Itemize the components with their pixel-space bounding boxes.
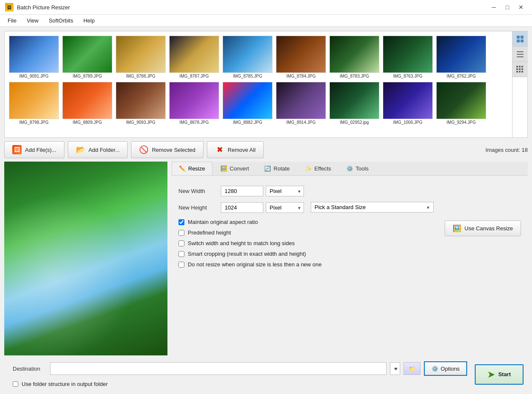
remove-all-button[interactable]: ✖ Remove All [207, 141, 264, 158]
list-item[interactable]: IMG_9093.JPG [115, 81, 167, 126]
thumbnail-image [436, 36, 486, 73]
list-item[interactable]: IMG_9294.JPG [435, 81, 487, 126]
smart-cropping-checkbox[interactable] [178, 251, 184, 257]
add-folder-button[interactable]: 📂 Add Folder... [68, 141, 128, 158]
height-unit-wrapper: Pixel Percent Centimeter Inch [266, 202, 304, 213]
no-upscale-checkbox[interactable] [178, 262, 184, 268]
width-input[interactable] [221, 186, 263, 196]
list-item[interactable]: IMG_8783.JPG [329, 35, 380, 79]
options-icon: ⚙️ [432, 366, 438, 372]
list-item[interactable]: IMG_8787.JPG [168, 35, 220, 79]
list-item[interactable]: IMG_8785.JPG [222, 35, 273, 79]
list-item[interactable]: IMG_8882.JPG [222, 81, 273, 126]
thumbnail-label: IMG_8763.JPG [393, 74, 423, 78]
grid-small-view-button[interactable] [513, 62, 528, 77]
switch-dimensions-checkbox[interactable] [178, 240, 184, 246]
predefined-height-label: Predefined height [188, 229, 231, 236]
list-item[interactable]: IMG_8809.JPG [61, 81, 113, 126]
list-item[interactable]: IMG_8878.JPG [168, 81, 220, 126]
list-item[interactable]: IMG_8914.JPG [275, 81, 327, 126]
thumbnail-image [223, 36, 273, 73]
tab-convert[interactable]: 🖼️ Convert [213, 162, 256, 175]
height-label: New Height [178, 204, 221, 211]
bottom-area: ✏️ Resize 🖼️ Convert 🔄 Rotate ✨ Effects … [4, 162, 528, 355]
preview-panel [4, 162, 167, 355]
start-button[interactable]: ➤ Start [475, 364, 524, 385]
list-item[interactable]: IMG_8789.JPG [61, 35, 113, 79]
minimize-button[interactable]: ─ [488, 3, 500, 12]
list-item[interactable]: IMG_02952.jpg [329, 81, 380, 126]
menu-view[interactable]: View [22, 16, 43, 25]
destination-dropdown[interactable] [390, 362, 400, 375]
convert-tab-label: Convert [230, 165, 249, 172]
list-item[interactable]: IMG_8762.JPG [435, 35, 487, 79]
remove-all-label: Remove All [228, 147, 256, 153]
menu-file[interactable]: File [3, 16, 21, 25]
list-item[interactable]: IMG_8798.JPG [8, 81, 60, 126]
thumbnail-label: IMG_8789.JPG [73, 74, 102, 78]
checkbox-row-4: Do not resize when original size is less… [178, 261, 322, 268]
list-item[interactable]: IMG_8763.JPG [382, 35, 434, 79]
bottom-bar-left: Destination ▼ 📁 ⚙️ Options Use folder st… [8, 361, 471, 387]
canvas-resize-button[interactable]: 🖼️ Use Canvas Resize [445, 221, 521, 236]
svg-rect-4 [517, 51, 524, 52]
options-label: Options [441, 366, 460, 372]
height-unit-select[interactable]: Pixel Percent Centimeter Inch [266, 202, 304, 213]
svg-rect-9 [521, 66, 523, 67]
width-unit-select[interactable]: Pixel Percent Centimeter Inch [266, 186, 304, 196]
thumbnail-image [116, 82, 166, 119]
start-icon: ➤ [487, 369, 495, 380]
svg-rect-12 [521, 68, 523, 70]
list-item[interactable]: IMG_8788.JPG [115, 35, 167, 79]
gallery-area[interactable]: IMG_9091.JPGIMG_8789.JPGIMG_8788.JPGIMG_… [5, 31, 512, 137]
thumbnail-label: IMG_9093.JPG [126, 120, 156, 125]
width-unit-wrapper: Pixel Percent Centimeter Inch [266, 186, 304, 196]
standard-size-wrapper: Pick a Standard Size [311, 202, 434, 212]
height-input[interactable] [221, 202, 263, 213]
remove-selected-button[interactable]: 🚫 Remove Selected [131, 141, 203, 158]
thumbnail-label: IMG_02952.jpg [340, 120, 369, 125]
resize-tab-label: Resize [188, 165, 205, 172]
smart-cropping-label: Smart cropping (result in exact width an… [188, 251, 306, 257]
list-item[interactable]: IMG_9091.JPG [8, 35, 60, 79]
tab-resize[interactable]: ✏️ Resize [172, 162, 212, 175]
tab-effects[interactable]: ✨ Effects [298, 162, 339, 175]
svg-rect-6 [517, 56, 524, 57]
thumbnail-image [62, 36, 112, 73]
thumbnail-image [329, 82, 379, 119]
thumbnail-image [329, 36, 379, 73]
maximize-button[interactable]: □ [501, 3, 513, 12]
predefined-height-checkbox[interactable] [178, 230, 184, 236]
menu-help[interactable]: Help [79, 16, 99, 25]
list-item[interactable]: IMG_1006.JPG [382, 81, 434, 126]
close-button[interactable]: ✕ [515, 3, 527, 12]
svg-rect-3 [521, 39, 524, 42]
options-button[interactable]: ⚙️ Options [424, 361, 468, 376]
title-bar: 🖼 Batch Picture Resizer ─ □ ✕ [0, 0, 532, 15]
add-folder-label: Add Folder... [89, 147, 120, 153]
standard-size-select[interactable]: Pick a Standard Size [311, 202, 434, 212]
canvas-resize-label: Use Canvas Resize [465, 225, 513, 232]
action-toolbar: 🖼 Add File(s)... 📂 Add Folder... 🚫 Remov… [4, 141, 528, 158]
menu-softorbits[interactable]: SoftOrbits [45, 16, 78, 25]
list-item[interactable]: IMG_8784.JPG [275, 35, 327, 79]
svg-rect-10 [516, 68, 518, 70]
maintain-aspect-checkbox[interactable] [178, 219, 184, 225]
right-panel: ✏️ Resize 🖼️ Convert 🔄 Rotate ✨ Effects … [172, 162, 528, 355]
thumbnail-image [62, 82, 112, 119]
tab-rotate[interactable]: 🔄 Rotate [257, 162, 297, 175]
browse-folder-button[interactable]: 📁 [404, 362, 421, 375]
svg-rect-7 [516, 66, 518, 67]
effects-tab-label: Effects [315, 165, 331, 172]
destination-input[interactable] [50, 362, 387, 375]
tab-tools[interactable]: ⚙️ Tools [339, 162, 376, 175]
thumbnail-label: IMG_1006.JPG [393, 120, 423, 125]
grid-large-view-button[interactable] [513, 31, 528, 47]
add-files-button[interactable]: 🖼 Add File(s)... [4, 141, 64, 158]
list-view-button[interactable] [513, 47, 528, 62]
rotate-tab-icon: 🔄 [264, 165, 271, 172]
thumbnail-image [276, 36, 326, 73]
main-content: IMG_9091.JPGIMG_8789.JPGIMG_8788.JPGIMG_… [0, 27, 532, 394]
folder-structure-checkbox[interactable] [13, 381, 18, 387]
checkbox-row-2: Switch width and height to match long si… [178, 240, 322, 246]
